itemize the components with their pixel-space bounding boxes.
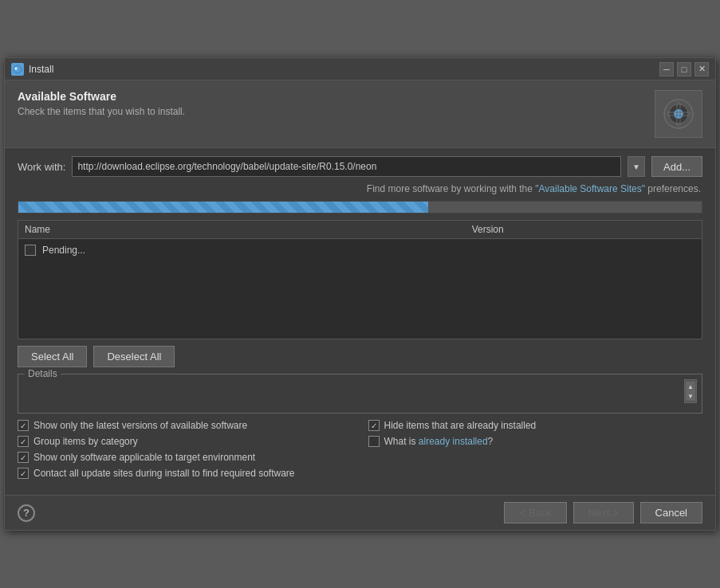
details-scrollbar: ▲ ▼: [684, 379, 697, 403]
bottom-right: < Back Next > Cancel: [504, 502, 702, 523]
scroll-down-arrow[interactable]: ▼: [686, 391, 695, 401]
svg-point-1: [15, 67, 18, 69]
option-hide-installed: Hide items that are already installed: [368, 420, 703, 431]
option-target-environment-label: Show only software applicable to target …: [33, 452, 255, 463]
title-bar-controls: ─ □ ✕: [659, 62, 709, 76]
back-button[interactable]: < Back: [504, 502, 566, 523]
option-target-environment-checkbox[interactable]: [18, 452, 29, 463]
option-what-is-installed-label: What is already installed?: [384, 436, 494, 447]
software-table: Name Version Pending...: [18, 220, 702, 339]
close-button[interactable]: ✕: [694, 62, 709, 76]
option-latest-versions-label: Show only the latest versions of availab…: [33, 420, 247, 431]
table-body: Pending...: [18, 239, 702, 261]
header-section: Available Software Check the items that …: [5, 80, 715, 148]
find-more-text: Find more software by working with the "…: [18, 183, 702, 194]
work-with-label: Work with:: [18, 161, 65, 173]
help-button[interactable]: ?: [18, 504, 35, 522]
option-hide-installed-checkbox[interactable]: [368, 420, 380, 431]
install-window: Install ─ □ ✕ Available Software Check t…: [4, 57, 716, 531]
progress-bar-fill: [18, 202, 428, 213]
title-bar: Install ─ □ ✕: [5, 58, 715, 80]
svg-point-0: [14, 65, 22, 73]
header-subtitle: Check the items that you wish to install…: [18, 106, 647, 117]
already-installed-link[interactable]: already installed: [419, 436, 488, 447]
option-group-by-category: Group items by category: [18, 436, 352, 447]
table-header: Name Version: [18, 221, 702, 239]
details-group: Details ▲ ▼: [18, 374, 702, 414]
option-contact-update-sites: Contact all update sites during install …: [18, 468, 352, 479]
work-with-dropdown[interactable]: ▼: [628, 156, 645, 177]
content-area: Work with: ▼ Add... Find more software b…: [5, 148, 715, 495]
option-contact-update-sites-checkbox[interactable]: [18, 468, 29, 479]
progress-bar: [18, 201, 702, 214]
row-label: Pending...: [42, 245, 85, 256]
deselect-all-button[interactable]: Deselect All: [93, 346, 175, 367]
option-group-by-category-checkbox[interactable]: [18, 436, 29, 447]
name-column-header: Name: [25, 224, 472, 235]
available-software-sites-link[interactable]: "Available Software Sites": [535, 183, 645, 194]
available-software-title: Available Software: [18, 90, 647, 103]
what-is-prefix: What is: [384, 436, 419, 447]
version-column-header: Version: [472, 224, 695, 235]
option-latest-versions: Show only the latest versions of availab…: [18, 420, 352, 431]
table-row: Pending...: [18, 242, 702, 258]
header-text-area: Available Software Check the items that …: [18, 90, 647, 117]
maximize-button[interactable]: □: [677, 62, 691, 76]
bottom-left: ?: [18, 504, 35, 522]
option-placeholder: [368, 452, 703, 463]
minimize-button[interactable]: ─: [659, 62, 674, 76]
option-what-is-installed-checkbox: [368, 436, 380, 447]
find-more-suffix: preferences.: [645, 183, 701, 194]
row-checkbox[interactable]: [25, 245, 36, 256]
cancel-button[interactable]: Cancel: [640, 502, 702, 523]
work-with-row: Work with: ▼ Add...: [18, 156, 702, 177]
scroll-up-arrow[interactable]: ▲: [686, 382, 695, 391]
window-icon: [11, 63, 24, 76]
option-hide-installed-label: Hide items that are already installed: [384, 420, 537, 431]
option-group-by-category-label: Group items by category: [33, 436, 138, 447]
header-icon: [655, 90, 702, 138]
option-contact-update-sites-label: Contact all update sites during install …: [33, 468, 295, 479]
find-more-prefix: Find more software by working with the: [367, 183, 535, 194]
options-area: Show only the latest versions of availab…: [18, 420, 702, 487]
bottom-bar: ? < Back Next > Cancel: [5, 495, 715, 530]
title-bar-left: Install: [11, 63, 53, 76]
what-is-suffix: ?: [488, 436, 494, 447]
next-button[interactable]: Next >: [573, 502, 634, 523]
details-body: ▲ ▼: [22, 378, 698, 406]
option-latest-versions-checkbox[interactable]: [18, 420, 29, 431]
select-all-button[interactable]: Select All: [18, 346, 87, 367]
svg-point-4: [674, 109, 683, 119]
window-title: Install: [29, 64, 53, 75]
add-button[interactable]: Add...: [651, 156, 702, 177]
details-legend: Details: [25, 368, 61, 379]
selection-button-row: Select All Deselect All: [18, 346, 702, 367]
option-target-environment: Show only software applicable to target …: [18, 452, 352, 463]
option-what-is-installed: What is already installed?: [368, 436, 703, 447]
work-with-input[interactable]: [72, 156, 621, 177]
